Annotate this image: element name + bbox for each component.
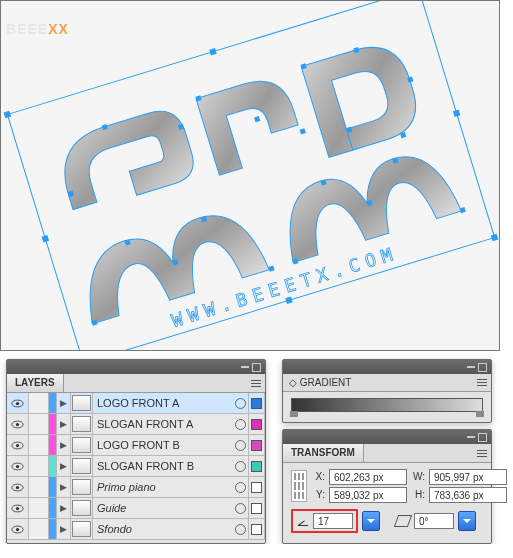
visibility-toggle[interactable] <box>7 456 29 476</box>
y-input[interactable]: 589,032 px <box>329 487 407 503</box>
layer-name[interactable]: SLOGAN FRONT B <box>93 456 233 476</box>
panel-menu-icon[interactable] <box>477 379 487 386</box>
minimize-icon[interactable] <box>467 436 475 438</box>
layers-panel: LAYERS ▶LOGO FRONT A▶SLOGAN FRONT A▶LOGO… <box>6 359 266 544</box>
minimize-icon[interactable] <box>467 366 475 368</box>
visibility-toggle[interactable] <box>7 435 29 455</box>
svg-rect-7 <box>285 297 292 304</box>
layer-row[interactable]: ▶SLOGAN FRONT B <box>7 456 265 477</box>
h-input[interactable]: 783,636 px <box>429 487 507 503</box>
panel-header[interactable] <box>283 360 491 374</box>
visibility-toggle[interactable] <box>7 393 29 413</box>
reference-point-selector[interactable] <box>291 470 307 502</box>
lock-toggle[interactable] <box>29 435 49 455</box>
close-icon[interactable] <box>478 433 487 442</box>
layer-row[interactable]: ▶LOGO FRONT B <box>7 435 265 456</box>
gradient-slider[interactable] <box>291 398 483 412</box>
selection-color-swatch <box>249 414 265 434</box>
expand-toggle[interactable]: ▶ <box>57 477 71 497</box>
selection-color-swatch <box>249 456 265 476</box>
svg-point-39 <box>16 485 19 488</box>
visibility-toggle[interactable] <box>7 477 29 497</box>
svg-rect-14 <box>300 128 306 134</box>
lock-toggle[interactable] <box>29 498 49 518</box>
layer-thumbnail <box>71 414 93 434</box>
label-x: X: <box>313 469 327 485</box>
target-icon[interactable] <box>233 414 249 434</box>
lock-toggle[interactable] <box>29 393 49 413</box>
expand-toggle[interactable]: ▶ <box>57 456 71 476</box>
layer-name[interactable]: Guide <box>93 498 233 518</box>
minimize-icon[interactable] <box>241 366 249 368</box>
x-input[interactable]: 602,263 px <box>329 469 407 485</box>
rotate-dropdown[interactable] <box>362 511 380 531</box>
svg-rect-2 <box>209 48 216 55</box>
selection-color-swatch <box>249 477 265 497</box>
layer-name[interactable]: LOGO FRONT A <box>93 393 233 413</box>
tab-layers[interactable]: LAYERS <box>7 374 64 392</box>
layer-name[interactable]: Primo piano <box>93 477 233 497</box>
close-icon[interactable] <box>252 363 261 372</box>
expand-toggle[interactable]: ▶ <box>57 435 71 455</box>
layer-row[interactable]: ▶LOGO FRONT A <box>7 393 265 414</box>
panel-header[interactable] <box>283 430 491 444</box>
target-icon[interactable] <box>233 435 249 455</box>
expand-toggle[interactable]: ▶ <box>57 498 71 518</box>
panel-header[interactable] <box>7 360 265 374</box>
label-h: H: <box>413 487 427 503</box>
tab-gradient[interactable]: ◇ GRADIENT <box>283 374 357 391</box>
target-icon[interactable] <box>233 393 249 413</box>
layer-color-stripe <box>49 393 57 413</box>
visibility-toggle[interactable] <box>7 498 29 518</box>
rotate-highlight: 17 <box>291 509 358 533</box>
panel-menu-icon[interactable] <box>477 450 487 457</box>
layer-name[interactable]: Sfondo <box>93 519 233 539</box>
visibility-toggle[interactable] <box>7 414 29 434</box>
w-input[interactable]: 905,997 px <box>429 469 507 485</box>
layer-row[interactable]: ▶Guide <box>7 498 265 519</box>
target-icon[interactable] <box>233 519 249 539</box>
svg-point-31 <box>16 401 19 404</box>
panel-menu-icon[interactable] <box>251 380 261 387</box>
layer-thumbnail <box>71 498 93 518</box>
expand-toggle[interactable]: ▶ <box>57 414 71 434</box>
layer-thumbnail <box>71 519 93 539</box>
rotate-input[interactable]: 17 <box>313 513 353 529</box>
svg-rect-1 <box>4 111 11 118</box>
layer-name[interactable]: LOGO FRONT B <box>93 435 233 455</box>
lock-toggle[interactable] <box>29 477 49 497</box>
selection-color-swatch <box>249 498 265 518</box>
lock-toggle[interactable] <box>29 519 49 539</box>
svg-rect-13 <box>254 116 260 122</box>
close-icon[interactable] <box>478 363 487 372</box>
shear-input[interactable]: 0° <box>414 513 454 529</box>
layer-name[interactable]: SLOGAN FRONT A <box>93 414 233 434</box>
layer-color-stripe <box>49 456 57 476</box>
svg-point-43 <box>16 527 19 530</box>
label-y: Y: <box>313 487 327 503</box>
tab-transform[interactable]: TRANSFORM <box>283 444 364 462</box>
layer-color-stripe <box>49 498 57 518</box>
layer-color-stripe <box>49 435 57 455</box>
lock-toggle[interactable] <box>29 414 49 434</box>
svg-point-37 <box>16 464 19 467</box>
layer-row[interactable]: ▶Sfondo <box>7 519 265 540</box>
shear-dropdown[interactable] <box>458 511 476 531</box>
lock-toggle[interactable] <box>29 456 49 476</box>
expand-toggle[interactable]: ▶ <box>57 393 71 413</box>
eye-icon <box>11 504 24 513</box>
target-icon[interactable] <box>233 477 249 497</box>
canvas-area[interactable]: BEEEXX <box>0 0 500 351</box>
target-icon[interactable] <box>233 456 249 476</box>
eye-icon <box>11 441 24 450</box>
selected-artwork[interactable]: WWW.BEEETX.COM <box>1 1 499 350</box>
layer-thumbnail <box>71 456 93 476</box>
selection-color-swatch <box>249 519 265 539</box>
layer-row[interactable]: ▶Primo piano <box>7 477 265 498</box>
visibility-toggle[interactable] <box>7 519 29 539</box>
layer-row[interactable]: ▶SLOGAN FRONT A <box>7 414 265 435</box>
layer-color-stripe <box>49 477 57 497</box>
eye-icon <box>11 525 24 534</box>
target-icon[interactable] <box>233 498 249 518</box>
expand-toggle[interactable]: ▶ <box>57 519 71 539</box>
